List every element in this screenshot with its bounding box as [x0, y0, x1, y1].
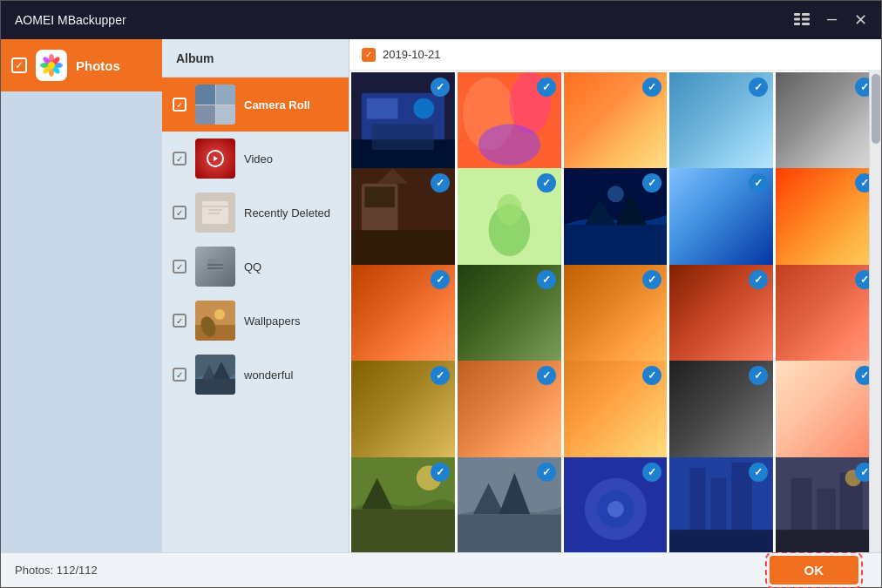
svg-rect-39 — [372, 124, 434, 150]
photo-cell-19[interactable]: ✓ — [669, 361, 773, 464]
photo-cell-17[interactable]: ✓ — [458, 361, 561, 464]
svg-rect-36 — [367, 98, 398, 119]
svg-rect-2 — [794, 23, 800, 25]
minimize-button[interactable]: – — [827, 10, 837, 30]
photo-cell-3[interactable]: ✓ — [564, 72, 668, 176]
svg-rect-3 — [802, 13, 810, 16]
album-checkbox-camera-roll[interactable]: ✓ — [173, 98, 187, 112]
svg-rect-73 — [669, 530, 773, 552]
svg-point-37 — [413, 98, 434, 119]
photos-master-checkbox[interactable]: ✓ — [11, 57, 27, 73]
album-item-camera-roll[interactable]: ✓ Camera Roll — [162, 78, 349, 132]
photo-cell-24[interactable]: ✓ — [669, 457, 773, 552]
album-checkbox-qq[interactable]: ✓ — [173, 260, 187, 274]
photo-cell-7[interactable]: ✓ — [458, 168, 561, 272]
photo-cell-22[interactable]: ✓ — [458, 457, 561, 552]
album-list[interactable]: ✓ Camera Roll ✓ — [162, 78, 349, 552]
svg-point-68 — [607, 500, 623, 517]
photo-checkmark-23: ✓ — [642, 463, 662, 482]
album-name-wonderful: wonderful — [244, 368, 338, 382]
svg-rect-1 — [794, 17, 800, 20]
photo-checkmark-2: ✓ — [537, 78, 556, 97]
svg-rect-0 — [794, 13, 800, 16]
svg-point-28 — [214, 309, 225, 320]
photos-count: Photos: 112/112 — [15, 564, 98, 577]
photo-cell-18[interactable]: ✓ — [564, 361, 668, 464]
date-checkbox[interactable]: ✓ — [362, 48, 376, 62]
album-item-recently-deleted[interactable]: ✓ Recently Deleted — [162, 186, 349, 240]
photo-cell-23[interactable]: ✓ — [564, 457, 668, 552]
svg-marker-16 — [214, 156, 218, 161]
photo-checkmark-17: ✓ — [537, 366, 556, 385]
photo-cell-13[interactable]: ✓ — [564, 265, 668, 368]
album-name-wallpapers: Wallpapers — [244, 314, 338, 328]
photos-header[interactable]: ✓ — [1, 39, 162, 91]
photo-cell-4[interactable]: ✓ — [669, 72, 773, 176]
svg-rect-78 — [776, 530, 879, 552]
album-panel: Album ✓ Camera Roll — [162, 39, 349, 552]
scrollbar-track[interactable] — [869, 71, 881, 552]
album-checkbox-video[interactable]: ✓ — [173, 152, 187, 166]
photo-cell-21[interactable]: ✓ — [351, 457, 455, 552]
photo-checkmark-22: ✓ — [537, 463, 556, 482]
album-item-video[interactable]: ✓ Video — [162, 132, 349, 186]
album-checkbox-wonderful[interactable]: ✓ — [173, 368, 187, 382]
photo-checkmark-14: ✓ — [749, 270, 768, 289]
bottom-bar: Photos: 112/112 OK — [1, 552, 881, 587]
photo-cell-9[interactable]: ✓ — [669, 168, 773, 272]
photo-cell-15[interactable]: ✓ — [776, 265, 879, 368]
app-window: AOMEI MBackupper – ✕ ✓ — [0, 0, 882, 588]
svg-rect-31 — [195, 379, 235, 395]
list-view-button[interactable] — [794, 13, 810, 28]
main-content: ✓ — [1, 39, 881, 552]
photo-cell-20[interactable]: ✓ — [776, 361, 879, 464]
photos-label: Photos — [76, 58, 120, 73]
photo-checkmark-21: ✓ — [431, 463, 450, 482]
album-thumb-qq — [195, 247, 235, 287]
photo-cell-1[interactable]: ✓ — [351, 72, 455, 176]
app-title: AOMEI MBackupper — [15, 13, 794, 27]
photo-cell-14[interactable]: ✓ — [669, 265, 773, 368]
svg-rect-18 — [202, 201, 228, 224]
album-thumb-recently-deleted — [195, 193, 235, 233]
album-checkbox-wallpapers[interactable]: ✓ — [173, 314, 187, 328]
photo-cell-11[interactable]: ✓ — [351, 265, 455, 368]
photo-checkmark-16: ✓ — [431, 366, 450, 385]
album-item-wonderful[interactable]: ✓ wonderful — [162, 348, 349, 402]
photo-cell-25[interactable]: ✓ — [776, 457, 879, 552]
photo-cell-12[interactable]: ✓ — [458, 265, 561, 368]
album-item-qq[interactable]: ✓ QQ — [162, 240, 349, 294]
svg-rect-62 — [458, 514, 561, 552]
album-thumb-video — [195, 139, 235, 179]
photo-checkmark-7: ✓ — [537, 173, 556, 193]
photo-cell-8[interactable]: ✓ — [564, 168, 668, 272]
svg-rect-58 — [351, 509, 455, 552]
album-thumb-wallpapers — [195, 301, 235, 341]
photo-cell-10[interactable]: ✓ — [776, 168, 879, 272]
left-panel: ✓ — [1, 39, 162, 552]
photo-cell-5[interactable]: ✓ — [776, 72, 879, 176]
title-bar-controls: – ✕ — [794, 10, 867, 30]
svg-rect-5 — [802, 23, 810, 25]
album-name-camera-roll: Camera Roll — [244, 98, 338, 112]
title-bar: AOMEI MBackupper – ✕ — [1, 1, 881, 39]
album-name-qq: QQ — [244, 260, 338, 274]
album-checkbox-recently-deleted[interactable]: ✓ — [173, 206, 187, 220]
scrollbar-thumb[interactable] — [872, 74, 880, 144]
photo-checkmark-1: ✓ — [431, 78, 450, 97]
svg-point-54 — [607, 186, 623, 203]
photo-cell-2[interactable]: ✓ — [458, 72, 561, 176]
photos-app-icon — [36, 50, 67, 81]
album-thumb-camera-roll — [195, 84, 235, 125]
album-item-wallpapers[interactable]: ✓ Wallpapers — [162, 294, 349, 348]
photo-cell-6[interactable]: ✓ — [351, 168, 455, 272]
close-button[interactable]: ✕ — [854, 12, 867, 28]
ok-button[interactable]: OK — [770, 556, 859, 585]
photo-cell-16[interactable]: ✓ — [351, 361, 455, 464]
photos-grid[interactable]: ✓ ✓✓✓✓ ✓ ✓ ✓✓✓✓✓✓✓✓✓✓✓✓✓ — [349, 71, 881, 552]
album-name-recently-deleted: Recently Deleted — [244, 206, 338, 220]
svg-point-15 — [48, 62, 55, 69]
photo-checkmark-24: ✓ — [749, 463, 768, 482]
album-header: Album — [162, 39, 349, 78]
svg-rect-4 — [802, 17, 810, 20]
